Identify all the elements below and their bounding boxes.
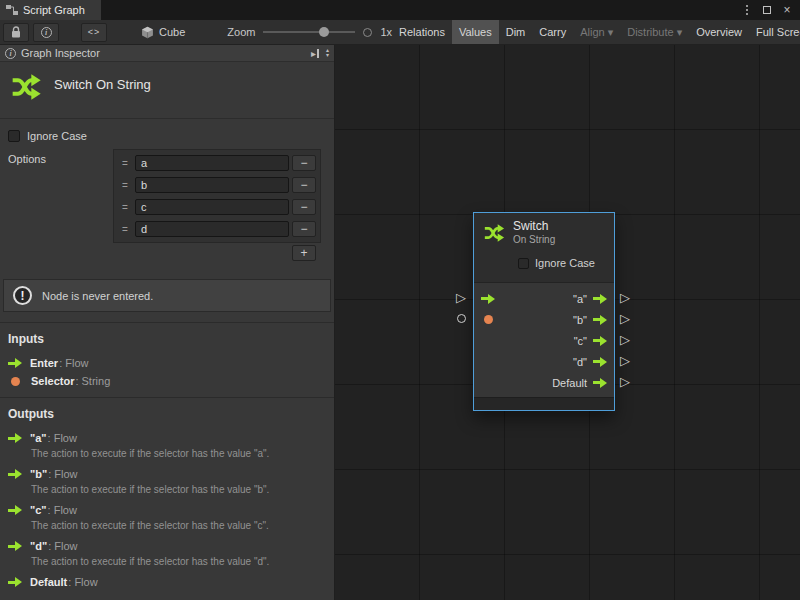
add-option-button[interactable]: +: [292, 245, 316, 261]
warning-icon: !: [13, 286, 32, 305]
port-name: "d": [30, 540, 47, 552]
flow-arrow-icon: [8, 433, 22, 443]
port-description: The action to execute if the selector ha…: [31, 556, 326, 567]
option-input[interactable]: [135, 199, 289, 215]
drag-handle-icon[interactable]: =: [118, 224, 132, 235]
dim-button[interactable]: Dim: [499, 20, 533, 44]
output-port-b: "b": Flow: [8, 468, 326, 480]
value-port-icon: [11, 377, 20, 386]
object-name: Cube: [159, 26, 185, 38]
node-port-row: "d": [474, 351, 614, 372]
output-label: "d": [573, 356, 587, 368]
overview-button[interactable]: Overview: [689, 20, 749, 44]
option-input[interactable]: [135, 155, 289, 171]
lock-button[interactable]: [3, 23, 29, 42]
ignore-case-row: Ignore Case: [8, 127, 326, 145]
options-list: = − = − = −: [113, 149, 321, 261]
ignore-case-checkbox[interactable]: [518, 258, 529, 269]
port-name: Default: [30, 576, 67, 588]
output-ext-port-icon[interactable]: ▷: [620, 333, 630, 346]
maximize-icon[interactable]: [760, 3, 774, 17]
drag-handle-icon[interactable]: =: [118, 180, 132, 191]
output-port[interactable]: [593, 294, 607, 304]
output-port[interactable]: [593, 336, 607, 346]
option-input[interactable]: [135, 177, 289, 193]
output-port-d: "d": Flow: [8, 540, 326, 552]
zoom-slider[interactable]: [263, 26, 355, 38]
output-ext-port-icon[interactable]: ▷: [620, 375, 630, 388]
remove-option-button[interactable]: −: [292, 221, 316, 237]
output-ext-port-icon[interactable]: ▷: [620, 354, 630, 367]
code-icon: <>: [88, 27, 101, 37]
close-icon[interactable]: ×: [780, 3, 794, 17]
output-ext-port-icon[interactable]: ▷: [620, 291, 630, 304]
port-type: : Flow: [68, 576, 97, 588]
enter-port[interactable]: [481, 294, 495, 304]
fullscreen-button[interactable]: Full Screen: [749, 20, 800, 44]
output-port[interactable]: [593, 315, 607, 325]
pin-panel-icon[interactable]: ▸: [311, 48, 319, 59]
input-port-selector: Selector: String: [8, 375, 326, 387]
chevron-down-icon: ▾: [608, 26, 614, 39]
enter-ext-port-icon[interactable]: ▷: [456, 291, 466, 304]
drag-handle-icon[interactable]: =: [118, 202, 132, 213]
zoom-control: Zoom 1x: [227, 26, 392, 38]
node-footer: [474, 397, 614, 410]
window-menu-icon[interactable]: [740, 3, 754, 17]
toolbar-buttons: Relations Values Dim Carry Align▾ Distri…: [392, 20, 800, 44]
flow-arrow-icon: [8, 577, 22, 587]
inspector-toggle-button[interactable]: i: [33, 23, 59, 42]
node-ignore-case-row: Ignore Case: [474, 253, 614, 273]
port-name: "b": [30, 468, 47, 480]
flow-arrow-icon: [8, 358, 22, 368]
zoom-slider-track: [263, 31, 355, 33]
drag-handle-icon[interactable]: =: [118, 158, 132, 169]
option-row: = −: [116, 174, 318, 196]
carry-button[interactable]: Carry: [532, 20, 573, 44]
ignore-case-checkbox[interactable]: [8, 130, 20, 142]
relations-button[interactable]: Relations: [392, 20, 452, 44]
align-dropdown[interactable]: Align▾: [573, 20, 620, 44]
graph-canvas[interactable]: Switch On String Ignore Case "a" "b": [335, 45, 800, 600]
values-button[interactable]: Values: [452, 20, 499, 44]
options-label: Options: [8, 149, 113, 165]
port-description: The action to execute if the selector ha…: [31, 520, 326, 531]
remove-option-button[interactable]: −: [292, 155, 316, 171]
node-port-row: "a": [474, 288, 614, 309]
chevron-down-icon: ▾: [677, 26, 683, 39]
object-breadcrumb[interactable]: Cube: [141, 26, 185, 39]
port-name: Enter: [30, 357, 58, 369]
switch-on-string-node[interactable]: Switch On String Ignore Case "a" "b": [473, 212, 615, 411]
output-port-c: "c": Flow: [8, 504, 326, 516]
flow-arrow-icon: [8, 541, 22, 551]
zoom-slider-handle[interactable]: [319, 27, 329, 37]
selector-port[interactable]: [484, 315, 493, 324]
output-label: "b": [573, 314, 587, 326]
tab-script-graph[interactable]: Script Graph: [0, 0, 101, 20]
selector-ext-port-icon[interactable]: [457, 314, 466, 323]
ignore-case-label: Ignore Case: [535, 257, 595, 269]
port-name: Selector: [31, 375, 74, 387]
cube-icon: [141, 26, 154, 39]
option-input[interactable]: [135, 221, 289, 237]
distribute-dropdown[interactable]: Distribute▾: [620, 20, 689, 44]
node-title-section: Switch On String: [0, 62, 334, 119]
scroll-arrows-icon[interactable]: ▴▾: [326, 48, 329, 58]
output-port[interactable]: [593, 357, 607, 367]
tab-title: Script Graph: [23, 4, 85, 16]
code-view-button[interactable]: <>: [81, 23, 107, 42]
remove-option-button[interactable]: −: [292, 177, 316, 193]
flow-arrow-icon: [8, 505, 22, 515]
zoom-reset-icon[interactable]: [363, 28, 372, 37]
zoom-label: Zoom: [227, 26, 255, 38]
option-row: = −: [116, 196, 318, 218]
output-port-a: "a": Flow: [8, 432, 326, 444]
inputs-header: Inputs: [8, 332, 326, 346]
output-ext-port-icon[interactable]: ▷: [620, 312, 630, 325]
port-name: "a": [30, 432, 47, 444]
port-description: The action to execute if the selector ha…: [31, 484, 326, 495]
lock-icon: [11, 26, 21, 39]
port-type: : Flow: [48, 504, 77, 516]
output-port[interactable]: [593, 378, 607, 388]
remove-option-button[interactable]: −: [292, 199, 316, 215]
